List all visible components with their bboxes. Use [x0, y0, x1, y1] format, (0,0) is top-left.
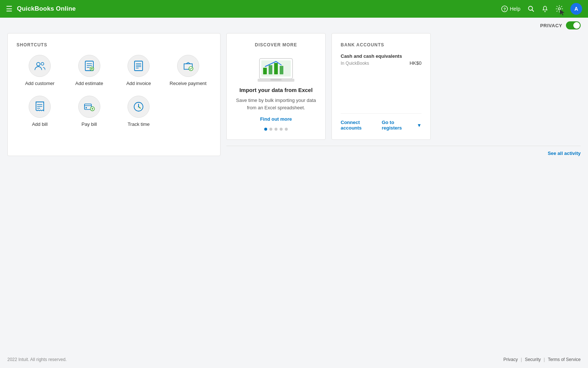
svg-point-33 [138, 106, 139, 107]
footer-links: Privacy | Security | Terms of Service [503, 357, 581, 362]
add-bill-icon-circle [29, 96, 51, 118]
paybill-icon [84, 101, 95, 112]
bill-icon [34, 101, 45, 112]
pay-bill-icon-circle [78, 96, 100, 118]
svg-point-4 [558, 8, 560, 10]
footer-privacy-link[interactable]: Privacy [503, 357, 518, 362]
svg-rect-39 [280, 66, 283, 74]
shortcut-add-customer[interactable]: Add customer [17, 55, 63, 87]
help-icon: ? [501, 6, 508, 12]
shortcut-track-time[interactable]: Track time [115, 96, 162, 128]
bank-accounts-panel: BANK ACCOUNTS Cash and cash equivalents … [331, 33, 431, 140]
discover-carousel-dots [264, 128, 288, 131]
shortcut-pay-bill[interactable]: Pay bill [66, 96, 113, 128]
gear-icon [556, 5, 563, 13]
search-icon [528, 6, 534, 12]
add-invoice-label: Add invoice [126, 81, 151, 87]
go-to-registers-label: Go to registers [382, 120, 415, 131]
dot-3[interactable] [275, 128, 277, 131]
toggle-knob [573, 22, 580, 29]
privacy-label: PRIVACY [540, 23, 562, 28]
bank-category-label: Cash and cash equivalents [341, 53, 422, 59]
shortcuts-row1: Add customer [17, 55, 211, 87]
footer-tos-link[interactable]: Terms of Service [548, 357, 581, 362]
bank-accounts-title: BANK ACCOUNTS [341, 42, 422, 47]
footer: 2022 Intuit. All rights reserved. Privac… [0, 351, 588, 368]
shortcuts-title: SHORTCUTS [17, 42, 211, 47]
help-label: Help [510, 6, 520, 12]
time-icon [133, 101, 144, 112]
add-invoice-icon-circle [128, 55, 150, 77]
people-icon [34, 60, 45, 71]
discover-description: Save time by bulk importing your data fr… [236, 97, 316, 111]
dot-4[interactable] [280, 128, 283, 131]
svg-point-6 [37, 63, 40, 66]
footer-security-link[interactable]: Security [525, 357, 541, 362]
footer-sep-2: | [544, 357, 545, 362]
see-all-activity-link[interactable]: See all activity [548, 151, 581, 156]
invoice-icon [133, 60, 144, 71]
secondary-panels: DISCOVER MORE [226, 33, 581, 140]
svg-rect-38 [274, 63, 278, 74]
shortcut-add-estimate[interactable]: Add estimate [66, 55, 113, 87]
add-customer-label: Add customer [25, 81, 54, 87]
bank-footer: Connect accounts Go to registers ▼ [341, 113, 422, 131]
top-navigation: ☰ QuickBooks Online ? Help [0, 0, 588, 18]
help-button[interactable]: ? Help [501, 6, 520, 12]
shortcuts-panel: SHORTCUTS Add customer [7, 33, 220, 156]
svg-line-3 [532, 10, 534, 12]
svg-rect-41 [270, 79, 282, 81]
discover-panel: DISCOVER MORE [226, 33, 326, 140]
payment-icon [183, 60, 194, 71]
chevron-down-icon: ▼ [417, 123, 422, 128]
discover-main-title: Import your data from Excel [239, 87, 312, 93]
connect-accounts-link[interactable]: Connect accounts [341, 120, 382, 131]
svg-rect-36 [263, 68, 267, 74]
dot-5[interactable] [285, 128, 288, 131]
dot-2[interactable] [269, 128, 272, 131]
notifications-button[interactable] [542, 6, 548, 12]
svg-point-7 [41, 63, 44, 66]
svg-point-26 [85, 107, 87, 109]
go-to-registers-link[interactable]: Go to registers ▼ [382, 120, 422, 131]
svg-rect-37 [269, 65, 272, 74]
privacy-toggle[interactable] [566, 21, 581, 29]
shortcut-empty [165, 96, 212, 128]
svg-rect-15 [135, 61, 143, 71]
hamburger-menu-icon[interactable]: ☰ [6, 4, 12, 13]
shortcut-add-bill[interactable]: Add bill [17, 96, 63, 128]
pay-bill-label: Pay bill [82, 121, 97, 128]
content-wrapper: PRIVACY SHORTCUTS [0, 18, 588, 368]
shortcut-receive-payment[interactable]: Receive payment [165, 55, 212, 87]
bank-in-quickbooks-row: In QuickBooks HK$0 [341, 60, 422, 66]
dot-1[interactable] [264, 128, 267, 131]
bank-amount: HK$0 [409, 60, 422, 66]
cards-area: SHORTCUTS Add customer [0, 33, 588, 163]
shortcuts-row2: Add bill Pay bill [17, 96, 211, 128]
bell-icon [542, 6, 548, 12]
track-time-icon-circle [128, 96, 150, 118]
shortcut-add-invoice[interactable]: Add invoice [115, 55, 162, 87]
add-customer-icon-circle [29, 55, 51, 77]
activity-bar: See all activity [226, 146, 581, 156]
svg-text:?: ? [503, 7, 506, 11]
app-logo: QuickBooks Online [17, 5, 501, 13]
bank-sub-label: In QuickBooks [341, 61, 369, 66]
user-avatar[interactable]: A [570, 3, 582, 15]
estimate-icon [84, 60, 95, 71]
receive-payment-label: Receive payment [170, 81, 207, 87]
find-out-more-link[interactable]: Find out more [260, 116, 292, 122]
receive-payment-icon-circle [177, 55, 199, 77]
add-estimate-icon-circle [78, 55, 100, 77]
excel-illustration [256, 55, 296, 82]
discover-title: DISCOVER MORE [255, 42, 297, 47]
track-time-label: Track time [128, 121, 150, 128]
footer-sep-1: | [521, 357, 522, 362]
footer-copyright: 2022 Intuit. All rights reserved. [7, 357, 67, 362]
settings-button[interactable] [556, 5, 563, 13]
topnav-right-area: ? Help A [501, 3, 582, 15]
search-button[interactable] [528, 6, 534, 12]
right-panels: DISCOVER MORE [226, 33, 581, 156]
privacy-bar: PRIVACY [0, 18, 588, 33]
add-estimate-label: Add estimate [75, 81, 103, 87]
